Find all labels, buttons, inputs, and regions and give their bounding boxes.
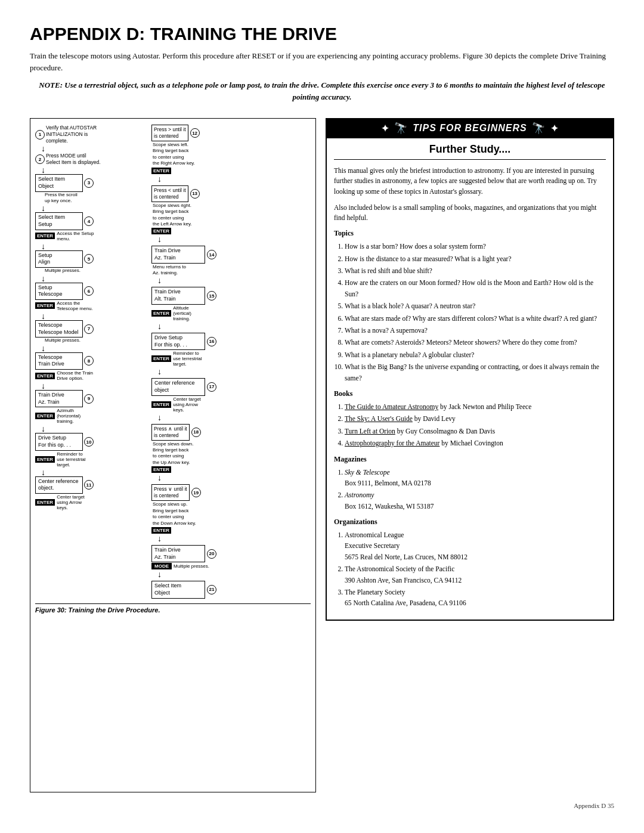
step-5: SetupAlign 5 Multiple presses. ↓ bbox=[35, 250, 148, 283]
organizations-heading: Organizations bbox=[334, 518, 606, 527]
step-num-7: 7 bbox=[84, 324, 94, 334]
step-18-note: Scope slews down.Bring target backto cen… bbox=[153, 441, 311, 466]
enter-btn-4: ENTER bbox=[35, 233, 55, 239]
step-8: TelescopeTrain Drive 8 ENTER Choose the … bbox=[35, 352, 148, 390]
step-16-box: Drive SetupFor this op. . . bbox=[151, 333, 205, 350]
step-num-8: 8 bbox=[84, 356, 94, 366]
step-13-press: Press < until itis centered bbox=[151, 185, 188, 202]
step-1: 1 Verify that AUTOSTARINITIALIZATION isc… bbox=[35, 125, 148, 153]
step-10-enter-note: Reminder touse terrestrialtarget. bbox=[57, 451, 85, 467]
diagram-panel: 1 Verify that AUTOSTARINITIALIZATION isc… bbox=[30, 118, 316, 792]
list-item: How are the craters on our Moon formed? … bbox=[345, 277, 606, 299]
footer-text: Appendix D 35 bbox=[574, 802, 614, 809]
step-8-enter-note: Choose the TrainDrive option. bbox=[57, 370, 93, 381]
magazines-list: Sky & TelescopeBox 9111, Belmont, MA 021… bbox=[334, 467, 606, 512]
step-num-1: 1 bbox=[35, 130, 45, 140]
step-num-5: 5 bbox=[84, 254, 94, 264]
step-20: Train DriveAz. Train 20 MODE Multiple pr… bbox=[151, 545, 311, 578]
tips-header: ✦ 🔭 TIPS FOR BEGINNERS 🔭 ✦ bbox=[326, 118, 614, 138]
step-20-box: Train DriveAz. Train bbox=[151, 545, 205, 562]
step-19-press: Press ∨ until itis centered bbox=[151, 484, 190, 501]
list-item: What is a planetary nebula? A globular c… bbox=[345, 349, 606, 360]
arrow-down-6: ↓ bbox=[41, 312, 148, 320]
step-13-note: Scope slews right.Bring target backto ce… bbox=[153, 203, 311, 228]
organizations-list: Astronomical LeagueExecutive Secretary56… bbox=[334, 529, 606, 609]
step-12: Press > until itis centered 12 Scope sle… bbox=[151, 125, 311, 183]
enter-btn-9: ENTER bbox=[35, 413, 55, 419]
step-5-box: SetupAlign bbox=[35, 250, 83, 268]
star-icon-right: ✦ bbox=[550, 123, 559, 134]
step-num-13: 13 bbox=[190, 189, 200, 199]
step-7-note: Multiple presses. bbox=[45, 337, 148, 343]
enter-btn-6: ENTER bbox=[35, 302, 55, 309]
list-item: The Sky: A User's Guide by David Levy bbox=[345, 413, 606, 424]
step-17: Center referenceobject 17 ENTER Center t… bbox=[151, 378, 311, 421]
enter-btn-11: ENTER bbox=[35, 499, 55, 506]
list-item: The Guide to Amateur Astronomy by Jack N… bbox=[345, 401, 606, 412]
step-7: TelescopeTelescope Model 7 Multiple pres… bbox=[35, 320, 148, 352]
list-item: Turn Left at Orion by Guy Consolmagno & … bbox=[345, 426, 606, 436]
organizations-section: Organizations Astronomical LeagueExecuti… bbox=[334, 518, 606, 609]
step-19-note: Scope slews up.Bring target backto cente… bbox=[153, 501, 311, 527]
step-num-14: 14 bbox=[207, 250, 216, 259]
enter-btn-19: ENTER bbox=[151, 527, 171, 534]
mode-btn-20: MODE bbox=[151, 563, 172, 569]
list-item: AstronomyBox 1612, Waukesha, WI 53187 bbox=[345, 490, 606, 512]
step-num-11: 11 bbox=[84, 480, 94, 490]
books-list: The Guide to Amateur Astronomy by Jack N… bbox=[334, 401, 606, 449]
page-title: APPENDIX D: TRAINING THE DRIVE bbox=[30, 24, 614, 44]
topics-heading: Topics bbox=[334, 229, 606, 238]
step-num-12: 12 bbox=[190, 128, 200, 138]
arrow-down-13: ↓ bbox=[157, 235, 311, 243]
arrow-down-15: ↓ bbox=[157, 322, 311, 330]
step-num-17: 17 bbox=[207, 382, 216, 392]
step-15-enter-note: Altitude(vertical)training. bbox=[173, 305, 191, 321]
step-14-box: Train DriveAz. Train bbox=[151, 246, 205, 263]
step-3-note: Press the scrollup key once. bbox=[45, 192, 148, 205]
step-num-3: 3 bbox=[84, 178, 94, 188]
list-item: The Planetary Society65 North Catalina A… bbox=[345, 587, 606, 609]
step-14-note: Menu returns toAz. training. bbox=[153, 264, 311, 277]
tips-label: TIPS FOR BEGINNERS bbox=[413, 123, 527, 134]
enter-btn-15: ENTER bbox=[151, 310, 171, 317]
further-study-box: Further Study.... This manual gives only… bbox=[326, 138, 614, 621]
enter-btn-13: ENTER bbox=[151, 228, 171, 234]
list-item: What are stars made of? Why are stars di… bbox=[345, 313, 606, 324]
arrow-down-16: ↓ bbox=[157, 367, 311, 376]
step-18: Press ∧ until itis centered 18 Scope sle… bbox=[151, 424, 311, 482]
tips-panel: ✦ 🔭 TIPS FOR BEGINNERS 🔭 ✦ Further Study… bbox=[326, 118, 614, 792]
step-4: Select ItemSetup 4 ENTER Access the Setu… bbox=[35, 212, 148, 250]
list-item: Astronomical LeagueExecutive Secretary56… bbox=[345, 529, 606, 562]
step-9-enter-note: Azimuth(horizontal)training. bbox=[57, 408, 80, 424]
page-header: APPENDIX D: TRAINING THE DRIVE Train the… bbox=[30, 24, 614, 111]
list-item: What are comets? Asteroids? Meteors? Met… bbox=[345, 337, 606, 348]
step-12-note: Scope slews left.Bring target backto cen… bbox=[153, 142, 311, 167]
step-num-4: 4 bbox=[84, 216, 94, 226]
enter-btn-18: ENTER bbox=[151, 466, 171, 473]
arrow-down-2: ↓ bbox=[41, 166, 148, 174]
page-footer: Appendix D 35 bbox=[30, 802, 614, 809]
step-9: Train DriveAz. Train 9 ENTER Azimuth(hor… bbox=[35, 390, 148, 433]
step-2: 2 Press MODE untilSelect Item is display… bbox=[35, 153, 148, 174]
step-8-box: TelescopeTrain Drive bbox=[35, 352, 83, 370]
list-item: What is the Big Bang? Is the universe ex… bbox=[345, 361, 606, 383]
step-num-16: 16 bbox=[207, 337, 216, 346]
right-flow: Press > until itis centered 12 Scope sle… bbox=[151, 125, 311, 601]
step-3: Select ItemObject 3 Press the scrollup k… bbox=[35, 174, 148, 212]
step-15-box: Train DriveAlt. Train bbox=[151, 287, 205, 304]
step-21: Select ItemObject 21 bbox=[151, 581, 311, 598]
step-16: Drive SetupFor this op. . . 16 ENTER Rem… bbox=[151, 333, 311, 376]
step-num-20: 20 bbox=[207, 549, 216, 559]
intro-paragraph: Train the telescope motors using Autosta… bbox=[30, 50, 614, 73]
step-18-press: Press ∧ until itis centered bbox=[151, 424, 190, 441]
list-item: Astrophotography for the Amateur by Mich… bbox=[345, 438, 606, 448]
step-15: Train DriveAlt. Train 15 ENTER Altitude(… bbox=[151, 287, 311, 330]
step-num-19: 19 bbox=[191, 488, 201, 497]
step-11: Center referenceobject. 11 ENTER Center … bbox=[35, 476, 148, 510]
step-20-mode-note: Multiple presses. bbox=[174, 563, 209, 569]
figure-caption: Figure 30: Training the Drive Procedure. bbox=[35, 603, 311, 614]
books-section: Books The Guide to Amateur Astronomy by … bbox=[334, 389, 606, 449]
list-item: The Astronomical Society of the Pacific3… bbox=[345, 563, 606, 586]
list-item: How is the distance to a star measured? … bbox=[345, 253, 606, 264]
step-17-box: Center referenceobject bbox=[151, 378, 205, 395]
